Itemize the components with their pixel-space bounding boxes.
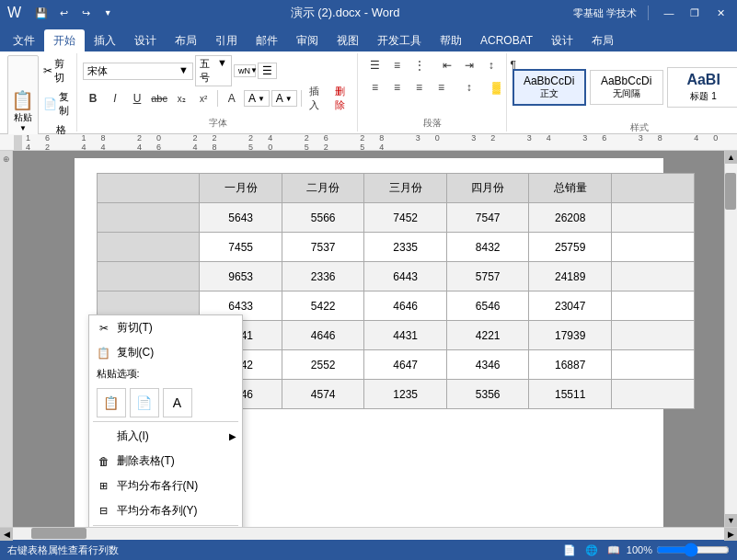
col-header-apr: 四月份 <box>446 174 529 203</box>
underline-button[interactable]: U <box>127 88 147 109</box>
ruler: 16 18 20 22 24 26 28 30 32 34 36 38 40 4… <box>0 134 737 151</box>
redo-icon[interactable]: ↪ <box>76 4 95 22</box>
line-spacing-button[interactable]: ↕ <box>459 77 479 97</box>
table-row: 5643 5566 7452 7547 26208 <box>97 203 694 233</box>
scroll-track <box>725 164 737 514</box>
col-header-jan: 一月份 <box>200 174 282 203</box>
copy-button[interactable]: 📄复制 <box>40 88 73 120</box>
minimize-button[interactable]: — <box>660 4 678 22</box>
font-color-dropdown[interactable]: A▼ <box>271 90 297 107</box>
close-button[interactable]: ✕ <box>711 4 730 22</box>
scroll-thumb[interactable] <box>725 173 736 210</box>
superscript-button[interactable]: x² <box>193 88 213 109</box>
paste-icon-2[interactable]: 📄 <box>130 388 159 417</box>
tab-review[interactable]: 审阅 <box>287 29 328 51</box>
tab-view[interactable]: 视图 <box>328 29 368 51</box>
justify-button[interactable]: ≡ <box>432 77 452 97</box>
row-extra-5 <box>611 321 694 350</box>
ribbon-tabs: 文件 开始 插入 设计 布局 引用 邮件 审阅 视图 开发工具 帮助 ACROB… <box>0 26 737 51</box>
tab-help[interactable]: 帮助 <box>431 29 471 51</box>
scroll-area: ⊕ 一月份 二月份 三月份 四月份 总销量 56 <box>0 151 737 527</box>
italic-button[interactable]: I <box>105 88 125 109</box>
tab-mailings[interactable]: 邮件 <box>247 29 287 51</box>
tab-insert[interactable]: 插入 <box>85 29 125 51</box>
copy-label: 复制(C) <box>117 345 155 360</box>
tab-file[interactable]: 文件 <box>4 29 44 51</box>
h-scroll-thumb[interactable] <box>31 528 86 539</box>
tab-developer[interactable]: 开发工具 <box>368 29 431 51</box>
shading-button[interactable]: ▓ <box>487 77 507 97</box>
paste-icon-3[interactable]: A <box>163 388 192 417</box>
strikethrough-button[interactable]: abc <box>149 88 169 109</box>
multilevel-button[interactable]: ⋮ <box>409 55 430 75</box>
menu-cut[interactable]: ✂ 剪切(T) <box>89 315 242 340</box>
view-read-button[interactable]: 📖 <box>605 541 623 559</box>
row-jan-1: 5643 <box>200 203 282 233</box>
font-size-dropdown[interactable]: 五号▼ <box>195 55 232 86</box>
document-area: 16 18 20 22 24 26 28 30 32 34 36 38 40 4… <box>0 134 737 540</box>
tab-design[interactable]: 设计 <box>125 29 166 51</box>
list-button[interactable]: ☰ <box>258 63 277 79</box>
row-total-5: 17939 <box>529 321 612 350</box>
tab-home[interactable]: 开始 <box>44 29 85 51</box>
wn-dropdown[interactable]: wN▼ <box>234 64 256 77</box>
bold-button[interactable]: B <box>83 88 103 109</box>
menu-delete-table[interactable]: 🗑 删除表格(T) <box>89 449 242 474</box>
decrease-indent-button[interactable]: ⇤ <box>437 55 457 75</box>
horizontal-scrollbar[interactable]: ◀ ▶ <box>0 527 737 540</box>
row-extra-1 <box>611 203 694 233</box>
menu-sep-2 <box>93 525 238 526</box>
align-center-button[interactable]: ≡ <box>387 77 408 97</box>
subscript-button[interactable]: x₂ <box>171 88 191 109</box>
increase-indent-button[interactable]: ⇥ <box>459 55 479 75</box>
scroll-up-button[interactable]: ▲ <box>725 151 737 164</box>
vertical-scrollbar[interactable]: ▲ ▼ <box>724 151 737 527</box>
scroll-down-button[interactable]: ▼ <box>725 514 737 527</box>
font-name-dropdown[interactable]: 宋体▼ <box>83 63 193 80</box>
row-feb-4: 5422 <box>282 291 364 321</box>
row-total-2: 25759 <box>529 233 612 262</box>
tab-layout[interactable]: 布局 <box>166 29 206 51</box>
highlight-color-button[interactable]: A▼ <box>244 90 270 107</box>
style-heading1[interactable]: AaBI标题 1 <box>667 67 737 108</box>
tab-acrobat[interactable]: ACROBAT <box>471 29 542 51</box>
paste-icon-1[interactable]: 📋 <box>97 388 126 417</box>
menu-distribute-rows[interactable]: ⊞ 平均分布各行(N) <box>89 474 242 498</box>
row-extra-6 <box>611 350 694 380</box>
bullets-button[interactable]: ☰ <box>365 55 386 75</box>
scroll-right-button[interactable]: ▶ <box>724 528 737 541</box>
col-header-extra <box>611 174 694 203</box>
customize-icon[interactable]: ▼ <box>98 4 117 22</box>
row-mar-3: 6443 <box>364 262 447 291</box>
scroll-left-button[interactable]: ◀ <box>0 528 13 541</box>
menu-insert[interactable]: 插入(I) ▶ <box>89 424 242 449</box>
numbering-button[interactable]: ≡ <box>387 55 408 75</box>
restore-button[interactable]: ❐ <box>685 4 704 22</box>
sort-button[interactable]: ↕ <box>481 55 501 75</box>
tab-table-layout[interactable]: 布局 <box>582 29 623 51</box>
view-web-button[interactable]: 🌐 <box>582 541 601 559</box>
doc-content: 一月份 二月份 三月份 四月份 总销量 5643 5566 7452 7547 … <box>13 151 724 527</box>
cut-button[interactable]: ✂剪切 <box>40 55 73 86</box>
align-left-button[interactable]: ≡ <box>365 77 386 97</box>
row-apr-4: 6546 <box>446 291 529 321</box>
tab-table-design[interactable]: 设计 <box>542 29 582 51</box>
row-total-6: 16887 <box>529 350 612 380</box>
menu-distribute-cols[interactable]: ⊟ 平均分布各列(Y) <box>89 498 242 523</box>
view-print-button[interactable]: 📄 <box>560 541 579 559</box>
style-no-spacing[interactable]: AaBbCcDi无间隔 <box>590 70 663 105</box>
menu-copy[interactable]: 📋 复制(C) <box>89 340 242 365</box>
tab-references[interactable]: 引用 <box>206 29 247 51</box>
save-icon[interactable]: 💾 <box>32 4 51 22</box>
font-color-button[interactable]: A <box>222 88 242 109</box>
undo-icon[interactable]: ↩ <box>54 4 73 22</box>
row-mar-1: 7452 <box>364 203 447 233</box>
delete-button[interactable]: 删除 <box>330 88 353 109</box>
col-header-name <box>97 174 200 203</box>
status-right: 📄 🌐 📖 100% <box>560 541 730 559</box>
ribbon-body: 📋 粘贴 ▼ ✂剪切 📄复制 🖌格式刷 剪贴板 宋体 <box>0 51 737 134</box>
zoom-slider[interactable] <box>656 545 730 554</box>
insert-button[interactable]: 插入 <box>305 88 328 109</box>
align-right-button[interactable]: ≡ <box>409 77 430 97</box>
style-normal[interactable]: AaBbCcDi正文 <box>512 69 586 106</box>
